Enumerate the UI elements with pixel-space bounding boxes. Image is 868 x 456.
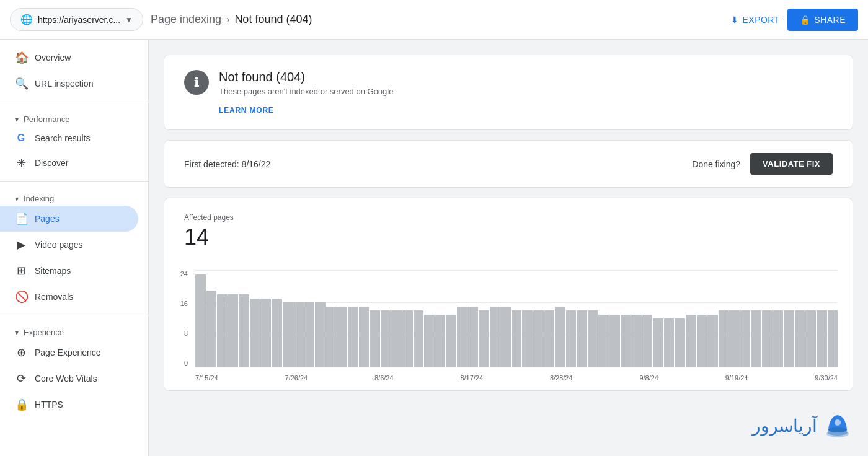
sidebar-divider-2	[0, 181, 148, 182]
main-content: ℹ Not found (404) These pages aren't ind…	[149, 40, 868, 456]
first-detected-text: First detected: 8/16/22	[184, 159, 270, 169]
validate-section: First detected: 8/16/22 Done fixing? VAL…	[164, 141, 852, 187]
discover-icon: ✳	[15, 156, 27, 170]
collapse-icon-experience: ▾	[15, 328, 19, 337]
validate-fix-button[interactable]: VALIDATE FIX	[750, 153, 833, 175]
share-button[interactable]: 🔒 SHARE	[787, 9, 858, 31]
chart-bar	[283, 302, 293, 367]
chart-bar	[598, 315, 609, 367]
chart-bar	[609, 315, 620, 367]
chart-bar	[686, 315, 696, 367]
sidebar-label-overview: Overview	[35, 53, 71, 63]
error-info-body: ℹ Not found (404) These pages aren't ind…	[164, 55, 852, 129]
sidebar-label-sitemaps: Sitemaps	[35, 266, 71, 276]
error-subtitle: These pages aren't indexed or served on …	[219, 87, 393, 96]
y-label-24: 24	[180, 270, 188, 278]
sidebar-label-discover: Discover	[35, 158, 68, 168]
x-label-5: 8/28/24	[550, 374, 573, 382]
chart-bar	[675, 318, 685, 367]
search-icon: 🔍	[15, 77, 27, 90]
sidebar-item-video-pages[interactable]: ▶ Video pages	[0, 232, 138, 258]
chart-bar	[631, 315, 642, 367]
chart-bar	[512, 310, 522, 367]
watermark: آریاسرور	[752, 410, 853, 441]
affected-pages-card: Affected pages 14 24 16 8 0	[164, 198, 853, 391]
y-label-0: 0	[184, 359, 188, 367]
sidebar-section-experience[interactable]: ▾ Experience	[0, 320, 148, 340]
chart-bar	[293, 302, 304, 367]
chart-bar	[642, 315, 653, 367]
sidebar-item-pages[interactable]: 📄 Pages	[0, 206, 138, 232]
x-label-2: 7/26/24	[285, 374, 308, 382]
sitemaps-icon: ⊞	[15, 264, 27, 278]
removals-icon: 🚫	[15, 290, 27, 304]
affected-count: 14	[184, 224, 833, 250]
chart-bar	[729, 310, 740, 367]
export-button[interactable]: ⬇ EXPORT	[731, 15, 780, 25]
share-lock-icon: 🔒	[800, 15, 811, 25]
chart-bar	[784, 310, 794, 367]
chart-bar	[544, 310, 555, 367]
sidebar-item-https[interactable]: 🔒 HTTPS	[0, 392, 138, 418]
chart-bar	[250, 299, 260, 367]
x-label-3: 8/6/24	[374, 374, 394, 382]
watermark-logo	[822, 410, 853, 441]
sidebar-label-core-web-vitals: Core Web Vitals	[35, 374, 97, 384]
chart-bar	[228, 294, 239, 367]
watermark-text: آریاسرور	[752, 416, 817, 436]
chart-bar	[828, 310, 838, 367]
learn-more-button[interactable]: LEARN MORE	[219, 106, 274, 115]
chart-bar	[260, 299, 271, 367]
chart-bar	[359, 307, 370, 367]
breadcrumb-current: Not found (404)	[234, 13, 312, 26]
chart-bar	[522, 310, 533, 367]
chart-bar	[751, 310, 761, 367]
sidebar-item-discover[interactable]: ✳ Discover	[0, 150, 138, 176]
breadcrumb-parent[interactable]: Page indexing	[151, 13, 221, 26]
validate-section-card: First detected: 8/16/22 Done fixing? VAL…	[164, 140, 853, 188]
sidebar: 🏠 Overview 🔍 URL inspection ▾ Performanc…	[0, 40, 149, 456]
grid-line-bottom	[195, 367, 838, 367]
chart-bar	[370, 310, 380, 367]
chart-bar	[337, 307, 348, 367]
sidebar-item-overview[interactable]: 🏠 Overview	[0, 45, 138, 71]
sidebar-label-search-results: Search results	[35, 133, 90, 143]
google-icon: G	[15, 133, 27, 144]
svg-point-2	[828, 428, 847, 432]
sidebar-label-video-pages: Video pages	[35, 240, 83, 250]
chart-bar	[414, 310, 424, 367]
https-icon: 🔒	[15, 398, 27, 411]
download-icon: ⬇	[731, 15, 739, 25]
sidebar-label-page-experience: Page Experience	[35, 348, 101, 357]
sidebar-item-url-inspection[interactable]: 🔍 URL inspection	[0, 71, 138, 97]
sidebar-divider-1	[0, 102, 148, 102]
chart-bar	[817, 310, 827, 367]
chart-bar	[315, 302, 326, 367]
y-label-16: 16	[180, 300, 188, 307]
sidebar-section-performance[interactable]: ▾ Performance	[0, 107, 148, 126]
chart-bars	[195, 270, 838, 367]
x-label-4: 8/17/24	[460, 374, 483, 382]
chart-container: 24 16 8 0	[164, 260, 852, 390]
chart-bar	[457, 307, 467, 367]
affected-pages-label: Affected pages	[184, 213, 833, 222]
chart-bar	[402, 310, 413, 367]
video-icon: ▶	[15, 238, 27, 252]
indexing-section-label: Indexing	[24, 194, 54, 203]
x-label-1: 7/15/24	[195, 374, 218, 382]
pages-icon: 📄	[15, 212, 27, 226]
x-axis: 7/15/24 7/26/24 8/6/24 8/17/24 8/28/24 9…	[195, 374, 838, 382]
sidebar-label-https: HTTPS	[35, 400, 63, 410]
sidebar-item-core-web-vitals[interactable]: ⟳ Core Web Vitals	[0, 366, 138, 392]
sidebar-item-sitemaps[interactable]: ⊞ Sitemaps	[0, 258, 138, 284]
sidebar-item-search-results[interactable]: G Search results	[0, 126, 138, 150]
sidebar-item-removals[interactable]: 🚫 Removals	[0, 284, 138, 310]
error-header: ℹ Not found (404) These pages aren't ind…	[184, 70, 833, 96]
chart-bar	[391, 310, 402, 367]
chart-bar	[697, 315, 707, 367]
sidebar-item-page-experience[interactable]: ⊕ Page Experience	[0, 340, 138, 366]
property-selector[interactable]: 🌐 https://ariyaserver.c... ▼	[10, 8, 143, 31]
sidebar-section-indexing[interactable]: ▾ Indexing	[0, 186, 148, 206]
breadcrumb: Page indexing › Not found (404)	[151, 13, 312, 26]
chart-bar	[555, 307, 565, 367]
